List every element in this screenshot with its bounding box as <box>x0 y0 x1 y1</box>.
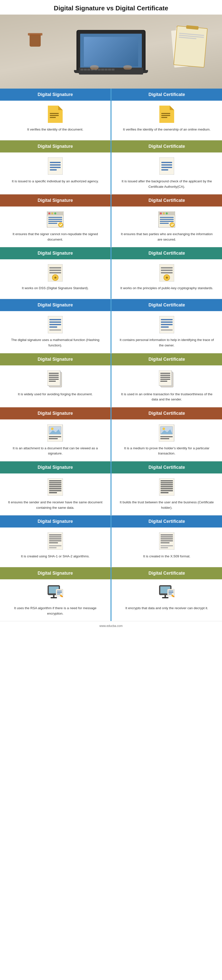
right-text-1: It is issued after the background check … <box>119 179 215 189</box>
svg-rect-139 <box>168 593 172 594</box>
left-cell-6: It is an attachment to a document that c… <box>0 420 111 461</box>
svg-rect-25 <box>48 217 62 218</box>
left-icon-0 <box>48 106 63 124</box>
left-column-header-0: Digital Signature <box>0 89 111 101</box>
right-text-0: It verifies the identity of the ownershi… <box>123 127 211 132</box>
svg-rect-97 <box>49 488 62 489</box>
svg-rect-70 <box>49 379 59 380</box>
svg-marker-6 <box>170 106 174 110</box>
svg-rect-77 <box>160 377 170 378</box>
right-column-header-0: Digital Certificate <box>111 89 222 101</box>
right-icon-2 <box>159 212 175 229</box>
right-icon-0 <box>159 106 174 124</box>
svg-rect-76 <box>160 375 170 376</box>
left-text-8: It is created using SHA-1 or SHA-2 algor… <box>21 554 90 559</box>
right-cell-6: It is a medium to prove the holder's ide… <box>111 420 222 461</box>
left-icon-1 <box>48 158 63 176</box>
left-column-header-5: Digital Signature <box>0 353 111 365</box>
section-header-8: Digital SignatureDigital Certificate <box>0 515 222 528</box>
svg-rect-71 <box>49 381 56 382</box>
right-cell-4: It contains personal information to help… <box>111 311 222 353</box>
svg-rect-7 <box>161 113 170 114</box>
right-column-header-4: Digital Certificate <box>111 299 222 311</box>
svg-rect-78 <box>160 379 170 380</box>
svg-rect-53 <box>49 319 61 320</box>
content-row-1: It is issued to a specific individual by… <box>0 153 222 194</box>
svg-point-33 <box>163 212 165 215</box>
section-header-7: Digital SignatureDigital Certificate <box>0 461 222 474</box>
svg-rect-49 <box>161 272 173 274</box>
svg-rect-109 <box>49 535 62 535</box>
svg-rect-48 <box>161 270 173 271</box>
svg-point-22 <box>48 212 50 215</box>
right-column-header-9: Digital Certificate <box>111 567 222 579</box>
left-icon-7 <box>48 479 63 497</box>
svg-rect-41 <box>49 267 61 269</box>
right-text-6: It is a medium to prove the holder's ide… <box>119 445 215 456</box>
svg-rect-105 <box>160 488 173 489</box>
svg-rect-10 <box>48 158 63 175</box>
svg-rect-103 <box>160 484 173 485</box>
svg-text:★: ★ <box>54 275 57 280</box>
svg-rect-93 <box>49 480 62 481</box>
left-icon-9 <box>47 584 64 603</box>
svg-rect-38 <box>160 223 169 224</box>
svg-rect-112 <box>49 540 62 541</box>
left-column-header-7: Digital Signature <box>0 461 111 474</box>
svg-rect-69 <box>49 377 59 378</box>
svg-point-88 <box>163 428 165 430</box>
right-cell-5: It is used in an online transaction for … <box>111 365 222 407</box>
svg-rect-137 <box>168 591 173 592</box>
svg-rect-9 <box>161 117 167 118</box>
svg-rect-98 <box>49 490 62 491</box>
left-icon-4 <box>48 316 63 334</box>
svg-point-39 <box>170 223 174 227</box>
left-cell-5: It is widely used for avoiding forging t… <box>0 365 111 407</box>
left-icon-3: ★ <box>48 264 63 283</box>
svg-rect-36 <box>160 219 174 220</box>
svg-rect-114 <box>49 545 62 546</box>
right-cell-8: It is created in the X.509 format. <box>111 528 222 567</box>
right-column-header-2: Digital Certificate <box>111 194 222 207</box>
svg-rect-99 <box>49 492 57 493</box>
svg-rect-17 <box>161 164 172 165</box>
left-text-0: It verifies the identity of the document… <box>27 127 83 132</box>
svg-point-34 <box>166 212 168 215</box>
svg-rect-67 <box>49 373 59 374</box>
right-text-4: It contains personal information to help… <box>119 337 215 348</box>
right-cell-0: It verifies the identity of the ownershi… <box>111 101 222 140</box>
left-text-6: It is an attachment to a document that c… <box>7 445 103 456</box>
svg-rect-62 <box>161 326 169 328</box>
svg-rect-101 <box>160 480 173 481</box>
svg-rect-75 <box>160 373 170 374</box>
svg-text:★: ★ <box>165 275 168 280</box>
svg-rect-134 <box>165 595 166 597</box>
svg-rect-3 <box>50 115 59 116</box>
right-cell-9: It encrypts that data and only the recei… <box>111 579 222 621</box>
right-icon-8 <box>159 533 174 551</box>
left-column-header-2: Digital Signature <box>0 194 111 207</box>
left-cell-9: It uses the RSA algorithm if there is a … <box>0 579 111 621</box>
svg-rect-115 <box>49 547 57 548</box>
svg-rect-4 <box>50 117 56 118</box>
svg-rect-42 <box>49 270 61 271</box>
svg-rect-135 <box>162 597 168 598</box>
hero-image <box>0 14 222 89</box>
section-header-6: Digital SignatureDigital Certificate <box>0 407 222 420</box>
svg-rect-68 <box>49 375 59 376</box>
left-column-header-8: Digital Signature <box>0 515 111 528</box>
section-header-2: Digital SignatureDigital Certificate <box>0 194 222 207</box>
right-cell-1: It is issued after the background check … <box>111 153 222 194</box>
right-icon-3: ★ <box>159 264 174 283</box>
left-cell-8: It is created using SHA-1 or SHA-2 algor… <box>0 528 111 567</box>
svg-rect-37 <box>160 221 174 222</box>
right-cell-2: It ensures that two parties who are exch… <box>111 207 222 247</box>
section-header-0: Digital SignatureDigital Certificate <box>0 89 222 101</box>
svg-point-82 <box>51 428 54 430</box>
left-icon-8 <box>48 533 63 551</box>
svg-rect-15 <box>159 158 174 175</box>
svg-rect-94 <box>49 482 62 483</box>
svg-rect-111 <box>49 538 62 539</box>
right-column-header-5: Digital Certificate <box>111 353 222 365</box>
left-cell-7: It ensures the sender and the receiver h… <box>0 474 111 515</box>
